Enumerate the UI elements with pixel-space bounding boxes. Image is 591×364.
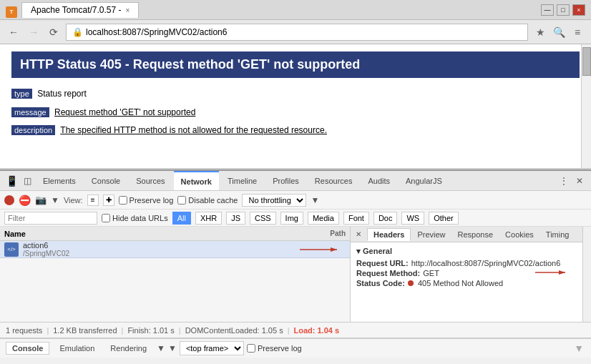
filter-toggle-icon[interactable]: ▼ bbox=[51, 195, 59, 205]
tab-profiles[interactable]: Profiles bbox=[265, 171, 306, 190]
tab-close-btn[interactable]: × bbox=[126, 6, 130, 14]
tab-console[interactable]: Console bbox=[84, 171, 127, 190]
devtools-inspect-icon[interactable]: 📱 bbox=[4, 174, 19, 188]
console-bar: Console Emulation Rendering ▼ ▼ <top fra… bbox=[0, 338, 591, 358]
page-scrollbar[interactable] bbox=[581, 44, 591, 168]
message-value: Request method 'GET' not supported bbox=[54, 107, 195, 117]
domcontent-time: DOMContentLoaded: 1.05 s bbox=[185, 326, 283, 335]
hide-data-urls-label[interactable]: Hide data URLs bbox=[102, 214, 168, 222]
filter-other-btn[interactable]: Other bbox=[429, 212, 459, 225]
throttle-select[interactable]: No throttling bbox=[242, 194, 306, 207]
filter-media-btn[interactable]: Media bbox=[308, 212, 339, 225]
det-tab-response[interactable]: Response bbox=[452, 229, 499, 240]
window-controls: — □ × bbox=[541, 4, 585, 16]
filter-js-btn[interactable]: JS bbox=[226, 212, 245, 225]
restore-btn[interactable]: □ bbox=[557, 4, 570, 16]
type-label: type bbox=[11, 89, 32, 99]
request-url-label: Request URL: bbox=[356, 259, 409, 267]
filter-input[interactable] bbox=[4, 212, 97, 225]
devtools-more-icon[interactable]: ⋮ bbox=[557, 174, 571, 188]
message-label: message bbox=[11, 107, 49, 117]
tab-audits[interactable]: Audits bbox=[361, 171, 397, 190]
console-tab-btn[interactable]: Console bbox=[6, 342, 49, 355]
title-bar: T Apache Tomcat/7.0.57 - × — □ × bbox=[0, 0, 591, 20]
request-icon: </> bbox=[4, 242, 19, 257]
request-method-value: GET bbox=[423, 269, 439, 277]
tab-network[interactable]: Network bbox=[174, 171, 219, 190]
nav-search-btn[interactable]: 🔍 bbox=[551, 24, 567, 40]
det-tab-headers[interactable]: Headers bbox=[367, 228, 411, 241]
console-frame-select[interactable]: <top frame> bbox=[180, 341, 244, 355]
filter-doc-btn[interactable]: Doc bbox=[373, 212, 398, 225]
cam-icon[interactable]: 📷 bbox=[35, 195, 47, 205]
tab-sources[interactable]: Sources bbox=[129, 171, 172, 190]
request-path: /SpringMVC02 bbox=[23, 250, 69, 257]
preserve-log-checkbox[interactable] bbox=[119, 196, 127, 205]
bookmark-btn[interactable]: ★ bbox=[532, 24, 548, 40]
throttle-arrow-icon: ▼ bbox=[311, 195, 319, 205]
filter-ws-btn[interactable]: WS bbox=[401, 212, 424, 225]
preserve-log-label[interactable]: Preserve log bbox=[119, 196, 174, 205]
network-status-bar: 1 requests | 1.2 KB transferred | Finish… bbox=[0, 322, 591, 338]
nav-menu-btn[interactable]: ≡ bbox=[570, 24, 585, 40]
details-scrollbar[interactable] bbox=[582, 227, 591, 322]
type-row: type Status report bbox=[11, 87, 580, 102]
network-request-item[interactable]: </> action6 /SpringMVC02 bbox=[0, 241, 350, 258]
page-scroll-thumb[interactable] bbox=[582, 47, 591, 76]
emulation-tab-btn[interactable]: Emulation bbox=[54, 343, 100, 354]
stop-icon[interactable]: ⛔ bbox=[19, 195, 31, 206]
address-lock-icon: 🔒 bbox=[72, 27, 83, 37]
devtools-close-icon[interactable]: ✕ bbox=[572, 174, 587, 188]
console-filter-icon2[interactable]: ▼ bbox=[168, 343, 177, 353]
request-icon-text: </> bbox=[7, 246, 16, 252]
console-preserve-log-checkbox[interactable] bbox=[247, 344, 255, 353]
disable-cache-checkbox[interactable] bbox=[177, 196, 186, 205]
devtools: 📱 ◫ Elements Console Sources Network Tim… bbox=[0, 169, 591, 338]
type-value: Status report bbox=[37, 89, 87, 99]
tab-angularjs[interactable]: AngularJS bbox=[399, 171, 449, 190]
view-tree-btn[interactable]: ✚ bbox=[103, 195, 114, 206]
message-row: message Request method 'GET' not support… bbox=[11, 105, 580, 121]
tab-timeline[interactable]: Timeline bbox=[220, 171, 264, 190]
tab-elements[interactable]: Elements bbox=[36, 171, 83, 190]
devtools-tab-bar: 📱 ◫ Elements Console Sources Network Tim… bbox=[0, 171, 591, 191]
status-code-text: 405 Method Not Allowed bbox=[418, 279, 503, 287]
hide-data-urls-checkbox[interactable] bbox=[102, 214, 110, 222]
error-title: HTTP Status 405 - Request method 'GET' n… bbox=[11, 51, 580, 78]
view-list-btn[interactable]: ≡ bbox=[87, 195, 99, 206]
filter-xhr-btn[interactable]: XHR bbox=[195, 212, 222, 225]
request-name: action6 bbox=[23, 241, 69, 250]
filter-img-btn[interactable]: Img bbox=[280, 212, 303, 225]
back-btn[interactable]: ← bbox=[6, 24, 21, 40]
tab-title: Apache Tomcat/7.0.57 - bbox=[31, 5, 122, 15]
tab-resources[interactable]: Resources bbox=[308, 171, 360, 190]
rendering-tab-btn[interactable]: Rendering bbox=[104, 343, 152, 354]
address-input[interactable]: localhost:8087/SpringMVC02/action6 bbox=[86, 27, 522, 37]
det-tab-preview[interactable]: Preview bbox=[411, 229, 451, 240]
details-body: ▾ General Request URL: http://localhost:… bbox=[351, 242, 591, 322]
filter-font-btn[interactable]: Font bbox=[343, 212, 369, 225]
status-code-label: Status Code: bbox=[356, 279, 405, 287]
filter-all-btn[interactable]: All bbox=[172, 212, 191, 225]
disable-cache-label[interactable]: Disable cache bbox=[177, 196, 238, 205]
request-method-label: Request Method: bbox=[356, 269, 420, 277]
det-tab-cookies[interactable]: Cookies bbox=[499, 229, 539, 240]
det-tab-timing[interactable]: Timing bbox=[540, 229, 575, 240]
bottom-scroll-arrows: ▼ bbox=[574, 343, 584, 354]
status-code-value: 405 Method Not Allowed bbox=[408, 279, 503, 287]
forward-btn[interactable]: → bbox=[26, 24, 41, 40]
request-info: action6 /SpringMVC02 bbox=[23, 241, 69, 257]
browser-tab[interactable]: Apache Tomcat/7.0.57 - × bbox=[21, 2, 139, 18]
devtools-mobile-icon[interactable]: ◫ bbox=[20, 174, 34, 188]
filter-css-btn[interactable]: CSS bbox=[250, 212, 276, 225]
minimize-btn[interactable]: — bbox=[541, 4, 554, 16]
description-value: The specified HTTP method is not allowed… bbox=[60, 125, 327, 135]
console-preserve-log-label[interactable]: Preserve log bbox=[247, 344, 302, 353]
reload-btn[interactable]: ⟳ bbox=[46, 24, 62, 40]
record-btn[interactable] bbox=[4, 195, 14, 205]
console-filter-icon[interactable]: ▼ bbox=[157, 343, 165, 353]
transferred-size: 1.2 KB transferred bbox=[53, 326, 117, 335]
close-details-btn[interactable]: ✕ bbox=[353, 230, 363, 240]
close-btn[interactable]: × bbox=[572, 4, 585, 16]
load-time: Load: 1.04 s bbox=[294, 326, 340, 335]
